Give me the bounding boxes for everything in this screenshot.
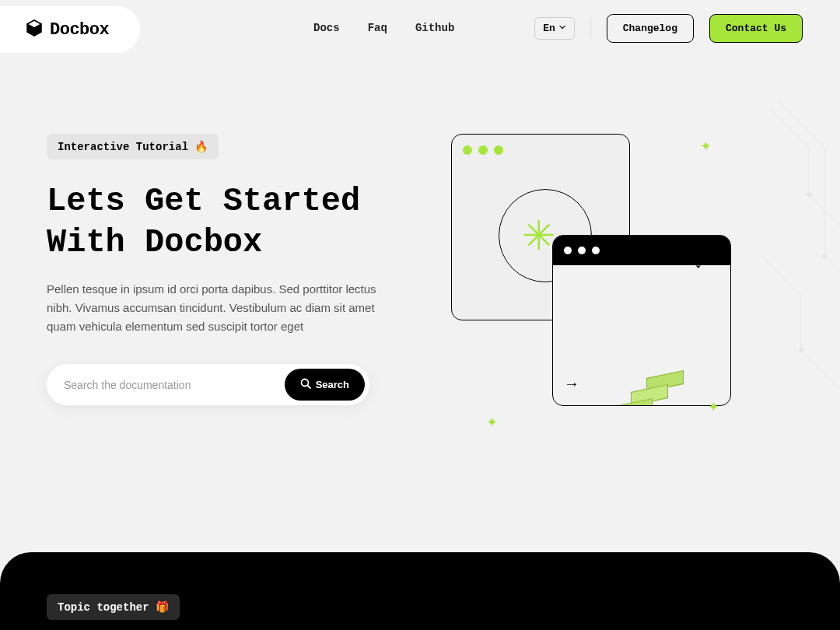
sparkle-icon: ✦ xyxy=(486,414,498,431)
logo-text: Docbox xyxy=(50,20,109,40)
topic-badge: Topic together 🎁 xyxy=(47,594,180,620)
hero: Interactive Tutorial 🔥 Lets Get Started … xyxy=(0,56,840,492)
svg-point-3 xyxy=(822,254,827,259)
topic-badge-text: Topic together xyxy=(58,601,149,614)
language-selector[interactable]: En xyxy=(534,17,575,40)
arrow-right-icon: → xyxy=(564,375,579,393)
divider xyxy=(590,17,591,39)
header: Docbox Docs Faq Github En Changelog Cont… xyxy=(0,0,840,56)
logo[interactable]: Docbox xyxy=(0,6,140,53)
search-button-label: Search xyxy=(316,379,349,390)
hero-description: Pellen tesque in ipsum id orci porta dap… xyxy=(47,280,404,336)
search-box: Search xyxy=(47,364,369,405)
star-icon: ✳ xyxy=(522,212,556,259)
fire-icon: 🔥 xyxy=(194,140,208,153)
sparkle-icon: ✦ xyxy=(700,138,712,155)
nav-docs[interactable]: Docs xyxy=(313,22,340,34)
nav: Docs Faq Github xyxy=(313,22,454,34)
cube-icon xyxy=(25,19,44,40)
nav-faq[interactable]: Faq xyxy=(368,22,387,34)
search-input[interactable] xyxy=(64,379,285,391)
svg-line-1 xyxy=(307,386,310,389)
hero-title: Lets Get Started With Docbox xyxy=(47,181,404,263)
svg-point-4 xyxy=(799,348,803,352)
nav-github[interactable]: Github xyxy=(415,22,454,34)
arrow-down-icon: ↓ xyxy=(694,250,703,272)
header-right: En Changelog Contact Us xyxy=(534,14,803,43)
dark-section: Topic together 🎁 xyxy=(0,552,840,630)
changelog-button[interactable]: Changelog xyxy=(607,14,694,43)
circuit-decoration xyxy=(762,101,840,412)
lang-label: En xyxy=(543,23,555,34)
badge-text: Interactive Tutorial xyxy=(58,141,188,153)
svg-point-2 xyxy=(807,192,811,197)
gift-icon: 🎁 xyxy=(156,600,169,614)
chevron-down-icon xyxy=(558,23,566,34)
hero-illustration: ✳ ✦ ✦ ✦ ↓ → xyxy=(436,134,793,445)
search-icon xyxy=(300,378,311,391)
contact-button[interactable]: Contact Us xyxy=(709,14,803,43)
hero-left: Interactive Tutorial 🔥 Lets Get Started … xyxy=(47,134,404,445)
hero-badge: Interactive Tutorial 🔥 xyxy=(47,134,219,159)
search-button[interactable]: Search xyxy=(285,369,365,401)
sparkle-icon: ✦ xyxy=(708,398,719,415)
